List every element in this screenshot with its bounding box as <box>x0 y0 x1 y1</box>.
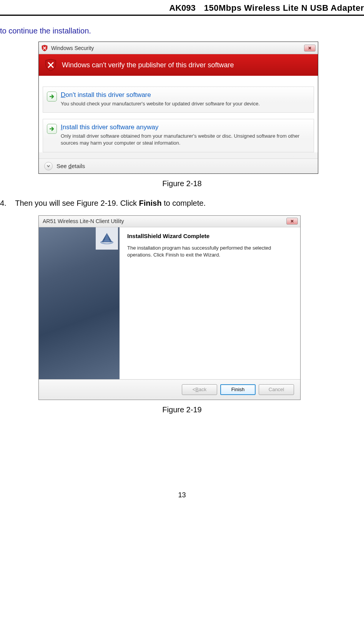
close-icon <box>308 46 312 50</box>
figure-caption-1: Figure 2-18 <box>0 179 364 188</box>
wizard-side-panel <box>39 227 120 379</box>
arrow-right-icon <box>47 124 57 134</box>
see-details-row[interactable]: See details <box>39 158 318 173</box>
titlebar: Windows Security <box>39 42 318 54</box>
cancel-button[interactable]: Cancel <box>259 384 294 395</box>
banner-text: Windows can't verify the publisher of th… <box>62 61 234 69</box>
finish-button[interactable]: Finish <box>220 384 256 395</box>
option1-desc: You should check your manufacturer's web… <box>61 100 260 107</box>
dialog2-title: AR51 Wireless Lite-N Client Utility <box>43 218 286 224</box>
page-number: 13 <box>0 491 364 507</box>
wizard-desc: The installation program has successfull… <box>127 245 293 259</box>
wizard-footer: < Back Finish Cancel <box>39 379 300 400</box>
wizard-heading: InstallShield Wizard Complete <box>127 233 293 239</box>
warning-banner: Windows can't verify the publisher of th… <box>39 54 318 76</box>
installshield-logo-icon <box>96 227 118 250</box>
arrow-right-icon <box>47 92 57 102</box>
close-button[interactable] <box>304 45 316 52</box>
close-button[interactable] <box>286 218 298 225</box>
page-header: AK093 150Mbps Wireless Lite N USB Adapte… <box>0 0 364 16</box>
header-product: 150Mbps Wireless Lite N USB Adapter <box>204 3 364 13</box>
titlebar: AR51 Wireless Lite-N Client Utility <box>39 216 300 227</box>
dialog1-title: Windows Security <box>51 45 304 51</box>
option-dont-install[interactable]: Don't install this driver software You s… <box>43 87 314 113</box>
option-install-anyway[interactable]: Install this driver software anyway Only… <box>43 119 314 152</box>
shield-x-icon <box>41 45 48 52</box>
option1-title: Don't install this driver software <box>61 91 260 100</box>
header-code: AK093 <box>169 3 195 13</box>
close-icon <box>290 219 294 223</box>
option2-desc: Only install driver software obtained fr… <box>61 133 308 146</box>
windows-security-dialog: Windows Security Windows can't verify th… <box>38 42 318 174</box>
figure-caption-2: Figure 2-19 <box>0 405 364 414</box>
chevron-down-icon <box>44 162 53 170</box>
intro-text: to continue the installation. <box>0 27 364 35</box>
see-details-label: See details <box>57 163 85 169</box>
installshield-dialog: AR51 Wireless Lite-N Client Utility Ins <box>38 215 301 400</box>
shield-icon <box>44 58 57 72</box>
step-4-text: 4. Then you will see Figure 2-19. Click … <box>0 199 364 208</box>
back-button[interactable]: < Back <box>182 384 217 395</box>
option2-title: Install this driver software anyway <box>61 123 308 132</box>
